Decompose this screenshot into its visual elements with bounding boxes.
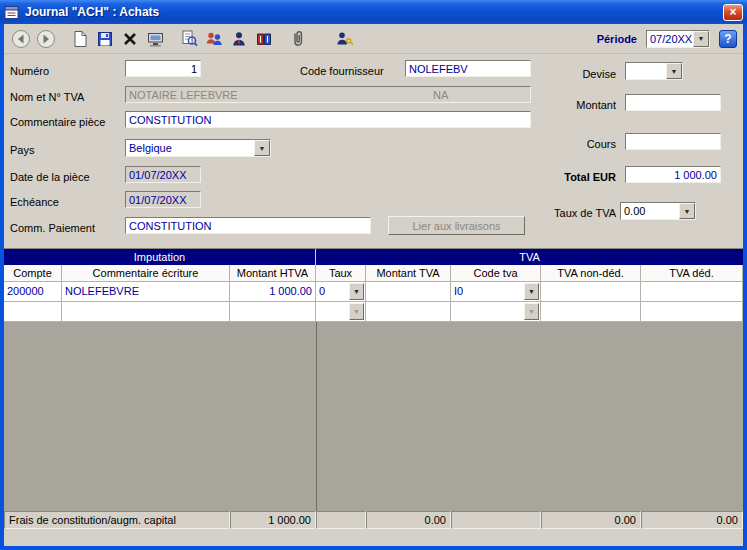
comm-paiement-input[interactable] (125, 217, 371, 234)
user-icon (230, 30, 248, 48)
cell-montant-htva-row0[interactable]: 1 000.00 (230, 282, 316, 302)
save-button[interactable] (94, 27, 116, 51)
previous-record-icon (11, 29, 31, 49)
attachment-button[interactable] (287, 27, 309, 51)
cell-code-tva-row0[interactable]: I0 ▼ (451, 282, 541, 302)
search-button[interactable] (178, 27, 200, 51)
new-document-icon (71, 30, 89, 48)
periode-value: 07/20XX (650, 33, 692, 45)
client-area: Période 07/20XX ▼ ? Numéro Code fourniss… (4, 24, 743, 546)
cell-tva-non-ded-row0[interactable] (541, 282, 641, 302)
cell-taux-row0[interactable]: 0 ▼ (316, 282, 366, 302)
total-tva-non-ded: 0.00 (541, 511, 641, 529)
cell-taux-row1[interactable]: ▼ (316, 302, 366, 322)
col-header-commentaire: Commentaire écriture (62, 265, 230, 282)
next-record-icon (36, 29, 56, 49)
montant-label: Montant (560, 99, 616, 111)
previous-record-button[interactable] (10, 27, 32, 51)
close-button[interactable]: × (723, 4, 743, 21)
echeance-label: Echéance (10, 196, 59, 208)
pays-dropdown[interactable]: Belgique ▼ (125, 139, 271, 157)
chevron-down-icon[interactable]: ▼ (693, 31, 709, 47)
grid-header-row: Compte Commentaire écriture Montant HTVA… (4, 265, 743, 282)
periode-dropdown[interactable]: 07/20XX ▼ (646, 30, 710, 48)
chevron-down-icon[interactable]: ▼ (349, 283, 364, 300)
devise-label: Devise (560, 68, 616, 80)
cell-code-tva-row1[interactable]: ▼ (451, 302, 541, 322)
delete-button[interactable] (119, 27, 141, 51)
total-code-tva (451, 511, 541, 529)
grid-row: 200000 NOLEFEBVRE 1 000.00 0 ▼ I0 ▼ (4, 282, 743, 302)
cell-montant-tva-row1[interactable] (366, 302, 451, 322)
cell-commentaire-row0[interactable]: NOLEFEBVRE (62, 282, 230, 302)
col-header-code-tva: Code tva (451, 265, 541, 282)
chevron-down-icon[interactable]: ▼ (666, 63, 682, 79)
pays-label: Pays (10, 144, 34, 156)
date-piece-input[interactable] (125, 166, 201, 183)
contacts-button[interactable] (203, 27, 225, 51)
taux-tva-label: Taux de TVA (540, 207, 616, 219)
user-key-button[interactable] (333, 27, 355, 51)
help-button[interactable]: ? (719, 30, 737, 48)
numero-label: Numéro (10, 65, 49, 77)
user-button[interactable] (228, 27, 250, 51)
chevron-down-icon[interactable]: ▼ (254, 140, 270, 156)
chevron-down-icon: ▼ (349, 303, 364, 320)
taux-tva-value: 0.00 (624, 205, 678, 217)
books-icon (255, 30, 273, 48)
date-piece-label: Date de la pièce (10, 171, 90, 183)
totals-row: Frais de constitution/augm. capital 1 00… (4, 511, 743, 529)
total-eur-label: Total EUR (544, 171, 616, 183)
title-bar: Journal "ACH" : Achats × (0, 0, 747, 24)
cell-montant-htva-row1[interactable] (230, 302, 316, 322)
cell-tva-ded-row1[interactable] (641, 302, 743, 322)
cell-montant-tva-row0[interactable] (366, 282, 451, 302)
commentaire-piece-input[interactable] (125, 111, 531, 128)
periode-label: Période (597, 33, 637, 45)
contacts-icon (205, 30, 224, 48)
total-montant-htva: 1 000.00 (230, 511, 316, 529)
cell-compte-row1[interactable] (4, 302, 62, 322)
search-icon (180, 29, 199, 48)
user-key-icon (335, 30, 354, 48)
comm-paiement-label: Comm. Paiement (10, 222, 95, 234)
cell-compte-row0[interactable]: 200000 (4, 282, 62, 302)
tva-code-value: NA (433, 89, 448, 101)
cours-input[interactable] (625, 133, 721, 150)
delete-icon (122, 31, 138, 47)
col-header-compte: Compte (4, 265, 62, 282)
cell-commentaire-row1[interactable] (62, 302, 230, 322)
new-document-button[interactable] (69, 27, 91, 51)
echeance-input[interactable] (125, 191, 201, 208)
lier-livraisons-button[interactable]: Lier aux livraisons (388, 216, 525, 235)
nom-value: NOTAIRE LEFEBVRE (129, 89, 238, 101)
chevron-down-icon: ▼ (524, 303, 539, 320)
code-fournisseur-input[interactable] (405, 60, 531, 77)
chevron-down-icon[interactable]: ▼ (679, 203, 695, 219)
numero-input[interactable] (125, 60, 201, 77)
periode-group: Période 07/20XX ▼ ? (597, 30, 737, 48)
cours-label: Cours (560, 138, 616, 150)
total-eur-input[interactable] (625, 166, 721, 183)
toolbar: Période 07/20XX ▼ ? (4, 24, 743, 54)
total-tva-ded: 0.00 (641, 511, 743, 529)
col-header-tva-ded: TVA déd. (641, 265, 743, 282)
total-taux (316, 511, 366, 529)
grid-row: ▼ ▼ (4, 302, 743, 322)
attachment-icon (289, 29, 307, 48)
commentaire-piece-label: Commentaire pièce (10, 116, 105, 128)
code-fournisseur-label: Code fournisseur (300, 65, 384, 77)
taux-value: 0 (319, 285, 325, 297)
col-header-montant-htva: Montant HTVA (230, 265, 316, 282)
next-record-button[interactable] (35, 27, 57, 51)
devise-dropdown[interactable]: ▼ (625, 62, 683, 80)
chevron-down-icon[interactable]: ▼ (524, 283, 539, 300)
books-button[interactable] (253, 27, 275, 51)
imputation-section-header: Imputation (4, 249, 316, 265)
cell-tva-ded-row0[interactable] (641, 282, 743, 302)
taux-tva-dropdown[interactable]: 0.00 ▼ (620, 202, 696, 220)
total-montant-tva: 0.00 (366, 511, 451, 529)
print-button[interactable] (144, 27, 166, 51)
montant-input[interactable] (625, 94, 721, 111)
cell-tva-non-ded-row1[interactable] (541, 302, 641, 322)
